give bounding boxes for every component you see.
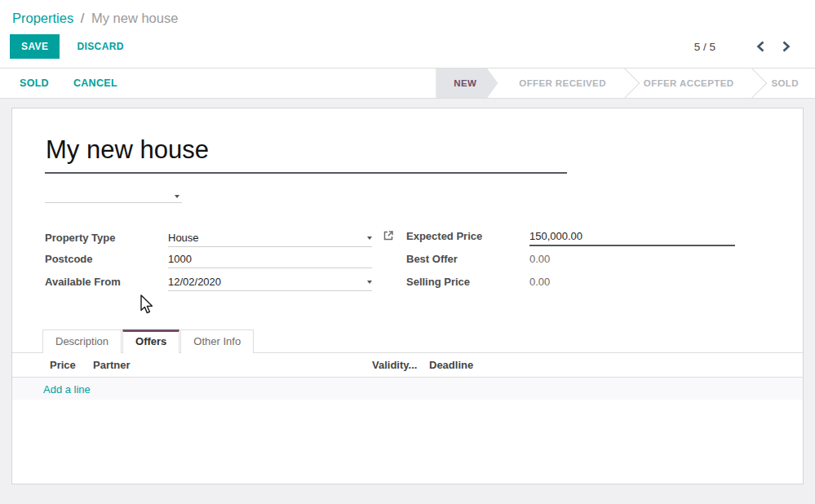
- notebook: Description Offers Other Info Price Part…: [12, 329, 803, 400]
- property-name-input[interactable]: My new house: [45, 133, 567, 174]
- field-label: Selling Price: [406, 276, 529, 288]
- field-column-left: Property Type House Postcode 1000: [45, 230, 406, 298]
- column-header-partner[interactable]: Partner: [93, 359, 372, 371]
- field-value: 0.00: [529, 253, 733, 265]
- field-property-type: Property Type House: [45, 230, 406, 253]
- expected-price-input[interactable]: 150,000.00: [529, 230, 735, 246]
- column-header-deadline[interactable]: Deadline: [429, 359, 803, 371]
- table-row: Add a line: [12, 378, 803, 400]
- tags-input[interactable]: [45, 186, 182, 203]
- breadcrumb-current: My new house: [91, 11, 178, 25]
- status-pipeline: NEW OFFER RECEIVED OFFER ACCEPTED SOLD: [436, 69, 815, 98]
- field-value: 150,000.00: [529, 230, 735, 242]
- field-postcode: Postcode 1000: [45, 253, 406, 276]
- status-step-new[interactable]: NEW: [436, 69, 498, 98]
- pager-next-button[interactable]: [780, 39, 792, 54]
- field-available-from: Available From 12/02/2020: [45, 276, 406, 298]
- caret-down-icon: [367, 237, 372, 240]
- chevron-left-icon: [756, 41, 765, 52]
- pager-previous-button[interactable]: [755, 39, 767, 54]
- add-a-line-link[interactable]: Add a line: [43, 383, 91, 396]
- best-offer-value: 0.00: [529, 253, 733, 265]
- status-step-offer-received[interactable]: OFFER RECEIVED: [503, 69, 622, 98]
- tab-description[interactable]: Description: [42, 329, 122, 353]
- field-value: 0.00: [529, 276, 733, 288]
- postcode-input[interactable]: 1000: [168, 253, 372, 268]
- field-group: Property Type House Postcode 1000: [45, 230, 770, 298]
- caret-down-icon: [367, 281, 372, 284]
- field-label: Postcode: [45, 253, 168, 265]
- form-view-background: My new house Property Type House Postc: [0, 99, 815, 504]
- tab-other-info[interactable]: Other Info: [180, 329, 254, 353]
- form-sheet: My new house Property Type House Postc: [11, 108, 804, 484]
- chevron-right-icon: [782, 41, 791, 52]
- statusbar-action-buttons: SOLD CANCEL: [0, 69, 142, 98]
- field-label: Property Type: [45, 232, 168, 244]
- field-label: Best Offer: [406, 253, 529, 265]
- column-header-price[interactable]: Price: [50, 359, 93, 371]
- breadcrumb: Properties / My new house: [12, 11, 804, 26]
- field-selling-price: Selling Price 0.00: [406, 276, 770, 298]
- external-link-icon[interactable]: [383, 230, 394, 241]
- selling-price-value: 0.00: [529, 276, 733, 288]
- field-label: Available From: [45, 276, 168, 288]
- breadcrumb-separator: /: [78, 11, 88, 25]
- field-expected-price: Expected Price 150,000.00: [406, 230, 770, 253]
- control-panel-top: Properties / My new house: [0, 0, 815, 28]
- control-panel-buttons: SAVE DISCARD 5 / 5: [0, 28, 815, 69]
- pager-value: 5 / 5: [694, 41, 715, 53]
- column-header-validity[interactable]: Validity...: [372, 359, 429, 371]
- discard-button[interactable]: DISCARD: [77, 41, 123, 52]
- field-label: Expected Price: [406, 230, 529, 242]
- save-button[interactable]: SAVE: [10, 34, 60, 59]
- pager: 5 / 5: [694, 39, 792, 54]
- sold-action-button[interactable]: SOLD: [20, 77, 49, 89]
- caret-down-icon: [175, 195, 179, 198]
- field-value: 1000: [168, 253, 372, 265]
- field-value: 12/02/2020: [168, 276, 367, 288]
- field-value: House: [168, 232, 367, 244]
- tab-offers[interactable]: Offers: [122, 329, 179, 353]
- tab-strip: Description Offers Other Info: [12, 329, 803, 353]
- offers-table: Price Partner Validity... Deadline Add a…: [12, 353, 803, 400]
- breadcrumb-parent-link[interactable]: Properties: [12, 11, 73, 25]
- status-step-offer-accepted[interactable]: OFFER ACCEPTED: [627, 69, 751, 98]
- property-type-select[interactable]: House: [168, 232, 372, 247]
- available-from-date-input[interactable]: 12/02/2020: [168, 276, 372, 291]
- offers-table-header: Price Partner Validity... Deadline: [12, 353, 803, 378]
- statusbar: SOLD CANCEL NEW OFFER RECEIVED OFFER ACC…: [0, 69, 815, 99]
- field-best-offer: Best Offer 0.00: [406, 253, 770, 276]
- field-column-right: Expected Price 150,000.00 Best Offer 0.0…: [406, 230, 770, 298]
- cancel-action-button[interactable]: CANCEL: [73, 77, 117, 89]
